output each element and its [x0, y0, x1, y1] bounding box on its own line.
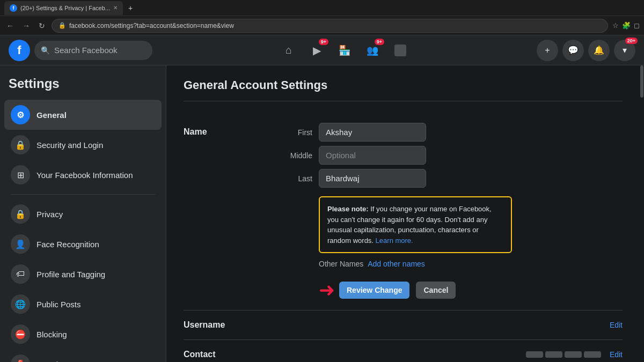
blocking-icon: ⛔	[11, 324, 30, 344]
groups-badge: 9+	[375, 39, 384, 45]
nav-marketplace-btn[interactable]: 🏪	[332, 38, 357, 63]
header-actions: + 💬 🔔 ▾ 20+	[537, 40, 635, 61]
sidebar-item-privacy[interactable]: 🔒 Privacy	[4, 199, 162, 229]
home-icon: ⌂	[286, 44, 292, 56]
fb-logo[interactable]: f	[9, 40, 30, 61]
last-name-input[interactable]	[319, 169, 426, 188]
main-layout: Settings ⚙ General 🔒 Security and Login …	[0, 65, 644, 362]
sidebar-divider-1	[11, 194, 155, 195]
location-icon: 📍	[11, 354, 30, 362]
address-bar: ← → ↻ 🔒 facebook.com/settings?tab=accoun…	[0, 16, 644, 35]
contact-edit-link[interactable]: Edit	[610, 350, 623, 359]
nav-groups-btn[interactable]: 👥 9+	[360, 38, 385, 63]
plus-icon: +	[545, 46, 550, 55]
bookmark-icon[interactable]: ☆	[612, 21, 619, 29]
search-icon: 🔍	[41, 46, 50, 55]
gaming-icon	[394, 45, 406, 56]
sidebar-label-general: General	[36, 110, 67, 120]
note-bold-text: Please note:	[327, 205, 369, 213]
sidebar-label-security: Security and Login	[36, 141, 103, 150]
dot-1	[526, 351, 543, 358]
scrollbar[interactable]	[640, 65, 644, 362]
sidebar-label-location: Location	[36, 360, 67, 363]
add-other-names-link[interactable]: Add other names	[368, 260, 425, 268]
sidebar: Settings ⚙ General 🔒 Security and Login …	[0, 65, 166, 362]
tab-favicon: f	[10, 4, 17, 12]
fb-search-box[interactable]: 🔍	[34, 41, 152, 60]
first-name-input[interactable]	[319, 123, 426, 142]
sidebar-label-profile-tagging: Profile and Tagging	[36, 270, 105, 279]
username-row: Username Edit	[184, 311, 623, 340]
sidebar-item-location[interactable]: 📍 Location	[4, 349, 162, 362]
sidebar-item-face-recognition[interactable]: 👤 Face Recognition	[4, 229, 162, 259]
sidebar-item-profile-tagging[interactable]: 🏷 Profile and Tagging	[4, 259, 162, 289]
browser-chrome: f (20+) Settings & Privacy | Faceb... ✕ …	[0, 0, 644, 16]
middle-name-input[interactable]	[319, 146, 426, 165]
name-change-note: Please note: If you change your name on …	[319, 196, 512, 253]
account-menu-btn[interactable]: ▾ 20+	[614, 40, 635, 61]
notifications-btn[interactable]: 🔔	[588, 40, 610, 61]
dot-4	[584, 351, 601, 358]
name-section: Name First Middle Last	[184, 114, 623, 362]
watch-badge: 9+	[319, 39, 328, 45]
reload-btn[interactable]: ↻	[36, 20, 47, 31]
lock-icon: 🔒	[58, 22, 66, 29]
sidebar-item-blocking[interactable]: ⛔ Blocking	[4, 319, 162, 349]
other-names-row: Other Names Add other names	[319, 260, 623, 268]
browser-tab[interactable]: f (20+) Settings & Privacy | Faceb... ✕	[4, 1, 123, 15]
other-names-label: Other Names	[319, 260, 363, 268]
address-actions: ☆ 🧩 ◻	[612, 21, 640, 29]
sidebar-item-security[interactable]: 🔒 Security and Login	[4, 130, 162, 160]
bell-icon: 🔔	[594, 45, 604, 55]
fb-header: f 🔍 ⌂ ▶ 9+ 🏪 👥 9+ + 💬 🔔	[0, 35, 644, 65]
first-label: First	[280, 128, 312, 137]
sidebar-title: Settings	[4, 74, 162, 100]
dot-2	[545, 351, 562, 358]
cancel-button[interactable]: Cancel	[416, 282, 456, 299]
nav-home-btn[interactable]: ⌂	[276, 38, 302, 63]
account-badge: 20+	[625, 38, 638, 44]
sidebar-label-face-recognition: Face Recognition	[36, 240, 99, 249]
username-edit-link[interactable]: Edit	[610, 321, 623, 329]
name-label: Name	[184, 123, 280, 137]
url-bar[interactable]: 🔒 facebook.com/settings?tab=account&sect…	[52, 19, 608, 33]
page-title: General Account Settings	[184, 78, 623, 101]
search-input[interactable]	[54, 46, 140, 55]
content-area: General Account Settings Name First Midd…	[166, 65, 640, 362]
forward-btn[interactable]: →	[20, 20, 32, 31]
action-buttons-row: ➜ Review Change Cancel	[319, 279, 623, 301]
security-icon: 🔒	[11, 135, 30, 154]
nav-watch-btn[interactable]: ▶ 9+	[304, 38, 330, 63]
extensions-icon[interactable]: 🧩	[622, 21, 631, 29]
first-name-row: First	[280, 123, 623, 142]
middle-name-row: Middle	[280, 146, 623, 165]
new-tab-btn[interactable]: +	[128, 4, 133, 12]
review-change-button[interactable]: Review Change	[339, 282, 409, 299]
messenger-btn[interactable]: 💬	[562, 40, 584, 61]
back-btn[interactable]: ←	[4, 20, 16, 31]
contact-row: Contact Edit	[184, 340, 623, 362]
sidebar-item-fb-info[interactable]: ⊞ Your Facebook Information	[4, 160, 162, 190]
tab-label: (20+) Settings & Privacy | Faceb...	[20, 5, 110, 11]
general-icon: ⚙	[11, 105, 30, 124]
username-label: Username	[184, 320, 225, 330]
scroll-thumb	[640, 65, 643, 98]
url-text: facebook.com/settings?tab=account&sectio…	[69, 22, 234, 29]
profile-tagging-icon: 🏷	[11, 264, 30, 284]
learn-more-link[interactable]: Learn more.	[376, 237, 413, 245]
tab-close-btn[interactable]: ✕	[113, 5, 118, 11]
face-recognition-icon: 👤	[11, 234, 30, 254]
fb-info-icon: ⊞	[11, 165, 30, 184]
last-name-row: Last	[280, 169, 623, 188]
create-btn[interactable]: +	[537, 40, 558, 61]
contact-dots	[526, 351, 601, 358]
name-fields: First Middle Last Please note: I	[280, 123, 623, 301]
profile-icon[interactable]: ◻	[634, 21, 640, 29]
sidebar-item-public-posts[interactable]: 🌐 Public Posts	[4, 289, 162, 319]
nav-gaming-btn[interactable]	[387, 38, 413, 63]
messenger-icon: 💬	[568, 45, 579, 55]
sidebar-item-general[interactable]: ⚙ General	[4, 100, 162, 130]
name-row: Name First Middle Last	[184, 114, 623, 311]
sidebar-label-blocking: Blocking	[36, 330, 67, 339]
chevron-down-icon: ▾	[623, 45, 627, 55]
